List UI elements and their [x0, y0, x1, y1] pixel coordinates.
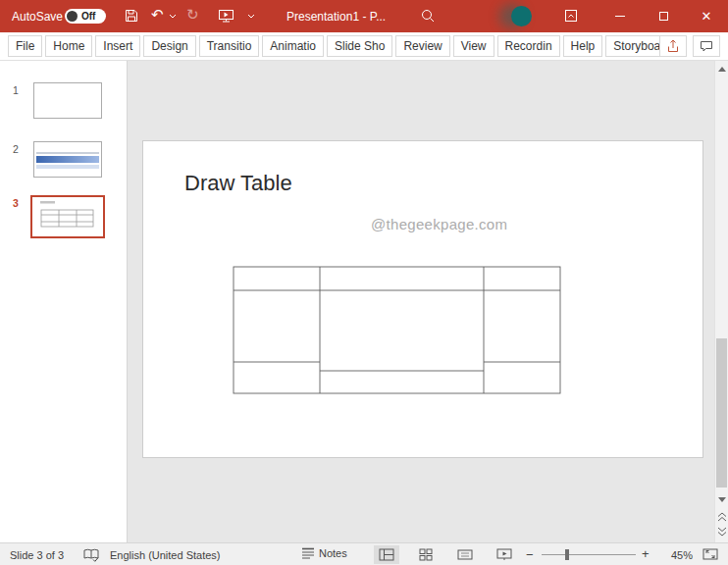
tab-view[interactable]: View: [453, 35, 494, 57]
thumbnail2-subtitle-bar: [36, 165, 99, 169]
zoom-slider-thumb[interactable]: [565, 549, 569, 560]
close-icon: ✕: [702, 10, 712, 23]
slide-thumbnail-1[interactable]: [33, 82, 102, 119]
thumbnail2-rule: [36, 152, 99, 154]
ribbon-tab-bar: File Home Insert Design Transitio Animat…: [0, 32, 728, 61]
slide-indicator: Slide 3 of 3: [10, 549, 64, 561]
previous-slide-button[interactable]: [715, 510, 728, 524]
notes-button[interactable]: Notes: [297, 546, 351, 560]
maximize-icon: [659, 12, 668, 21]
tab-home[interactable]: Home: [45, 35, 92, 57]
zoom-level[interactable]: 45%: [659, 549, 693, 561]
zoom-in-button[interactable]: +: [642, 546, 650, 561]
slide-canvas[interactable]: Draw Table @thegeekpage.com: [142, 140, 703, 458]
slide-thumbnail-3-selected[interactable]: [30, 195, 105, 238]
undo-dropdown-chevron-icon[interactable]: [169, 14, 177, 19]
titlebar: AutoSave Off ↶ ↻ Presentation1 - P...: [0, 0, 728, 32]
notes-icon: [301, 547, 315, 559]
minimize-icon: [615, 16, 625, 17]
comments-button[interactable]: [693, 35, 720, 57]
quick-access-toolbar-chevron-icon[interactable]: [247, 14, 255, 19]
zoom-slider[interactable]: [542, 543, 636, 565]
drawn-table[interactable]: [143, 141, 704, 459]
thumbnail2-title-bar: [36, 156, 99, 163]
avatar[interactable]: [511, 6, 532, 26]
autosave-label: AutoSave: [12, 10, 63, 24]
tab-file[interactable]: File: [8, 35, 42, 57]
zoom-slider-track: [542, 554, 636, 555]
slide-number-1: 1: [13, 84, 19, 96]
tab-help[interactable]: Help: [563, 35, 603, 57]
autosave-toggle[interactable]: Off: [65, 9, 106, 24]
slide-number-3: 3: [13, 197, 19, 209]
maximize-button[interactable]: [642, 0, 685, 32]
ribbon-display-options-icon[interactable]: [563, 8, 579, 24]
start-slideshow-icon[interactable]: [218, 8, 234, 24]
window-controls: ✕: [598, 0, 728, 32]
tab-transitions[interactable]: Transitio: [199, 35, 260, 57]
slide-number-2: 2: [13, 143, 19, 155]
tab-insert[interactable]: Insert: [95, 35, 140, 57]
tab-slide-show[interactable]: Slide Sho: [327, 35, 392, 57]
status-bar: Slide 3 of 3 English (United States) Not…: [0, 542, 728, 565]
tab-review[interactable]: Review: [395, 35, 449, 57]
thumbnail3-mini-table: [32, 197, 103, 236]
normal-view-button[interactable]: [374, 545, 399, 564]
ribbon-right-actions: [659, 35, 720, 57]
slide-thumbnail-panel: 1 2 3: [0, 61, 128, 542]
slideshow-view-button[interactable]: [492, 545, 517, 564]
scroll-down-arrow-icon[interactable]: [715, 492, 728, 506]
close-button[interactable]: ✕: [685, 0, 728, 32]
zoom-out-button[interactable]: −: [526, 547, 534, 562]
fit-slide-to-window-icon[interactable]: [702, 547, 718, 561]
powerpoint-window: AutoSave Off ↶ ↻ Presentation1 - P...: [0, 0, 728, 565]
toggle-knob-icon: [67, 11, 78, 22]
undo-icon[interactable]: ↶: [151, 6, 164, 24]
slide-sorter-view-button[interactable]: [413, 545, 439, 564]
next-slide-button[interactable]: [715, 525, 728, 539]
search-icon[interactable]: [420, 8, 436, 24]
vertical-scrollbar[interactable]: [714, 61, 728, 542]
slide-thumbnail-2[interactable]: [33, 141, 102, 178]
tab-recording[interactable]: Recordin: [497, 35, 560, 57]
scroll-up-arrow-icon[interactable]: [715, 62, 728, 76]
tab-design[interactable]: Design: [143, 35, 195, 57]
reading-view-button[interactable]: [452, 545, 478, 564]
minimize-button[interactable]: [598, 0, 642, 32]
tab-animations[interactable]: Animatio: [262, 35, 324, 57]
scrollbar-thumb[interactable]: [716, 338, 727, 488]
redo-icon[interactable]: ↻: [186, 6, 199, 24]
share-button[interactable]: [659, 35, 687, 57]
save-icon[interactable]: [124, 8, 139, 24]
autosave-state: Off: [81, 11, 95, 22]
language-status[interactable]: English (United States): [110, 549, 221, 561]
document-title: Presentation1 - P...: [286, 10, 386, 24]
spellcheck-icon[interactable]: [82, 547, 100, 563]
notes-label: Notes: [319, 547, 347, 559]
